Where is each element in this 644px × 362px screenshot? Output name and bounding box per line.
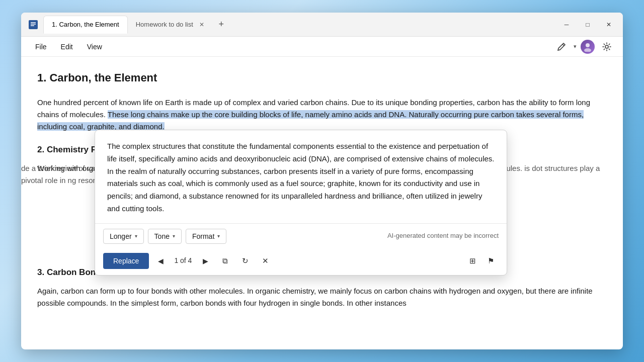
minimize-button[interactable]: ─ bbox=[556, 17, 577, 32]
flag-button[interactable]: ⚑ bbox=[482, 253, 499, 269]
tab-homework-label: Homework to do list bbox=[136, 21, 193, 28]
popup-footer: Longer ▾ Tone ▾ Format ▾ AI-generated co… bbox=[95, 223, 507, 249]
dismiss-button[interactable]: ✕ bbox=[257, 253, 273, 269]
settings-button[interactable] bbox=[599, 39, 615, 55]
next-button[interactable]: ▶ bbox=[198, 253, 213, 268]
menu-edit[interactable]: Edit bbox=[55, 41, 79, 53]
tone-label: Tone bbox=[154, 232, 170, 240]
document-title: 1. Carbon, the Element bbox=[37, 69, 607, 86]
tab-bar: 1. Carbon, the Element Homework to do li… bbox=[43, 16, 556, 34]
menu-view[interactable]: View bbox=[81, 41, 108, 53]
stack-button[interactable]: ⊞ bbox=[464, 253, 480, 269]
maximize-button[interactable]: □ bbox=[578, 17, 598, 32]
format-chevron: ▾ bbox=[217, 233, 220, 239]
menu-items: File Edit View bbox=[29, 41, 553, 53]
app-icon bbox=[25, 17, 41, 33]
replace-button[interactable]: Replace bbox=[103, 253, 149, 269]
menu-bar: File Edit View ▾ bbox=[21, 37, 623, 57]
prev-button[interactable]: ◀ bbox=[153, 253, 168, 268]
longer-label: Longer bbox=[110, 232, 132, 240]
copy-button[interactable]: ⧉ bbox=[217, 253, 233, 269]
refresh-button[interactable]: ↻ bbox=[237, 253, 253, 269]
longer-chevron: ▾ bbox=[135, 233, 137, 239]
longer-dropdown[interactable]: Longer ▾ bbox=[103, 229, 144, 244]
tab-carbon[interactable]: 1. Carbon, the Element bbox=[43, 16, 128, 34]
title-bar: 1. Carbon, the Element Homework to do li… bbox=[21, 13, 623, 37]
tab-carbon-label: 1. Carbon, the Element bbox=[52, 21, 119, 28]
pen-dropdown-arrow[interactable]: ▾ bbox=[574, 43, 577, 50]
tab-homework-close[interactable]: ✕ bbox=[197, 20, 206, 29]
tab-add-button[interactable]: + bbox=[214, 18, 228, 32]
popup-body: The complex structures that constitute t… bbox=[95, 130, 507, 223]
page-count: 1 of 4 bbox=[172, 255, 194, 266]
user-avatar[interactable] bbox=[581, 40, 595, 54]
svg-point-4 bbox=[586, 43, 590, 47]
tab-homework[interactable]: Homework to do list ✕ bbox=[128, 16, 214, 34]
app-window: 1. Carbon, the Element Homework to do li… bbox=[21, 13, 623, 349]
tone-chevron: ▾ bbox=[173, 233, 175, 239]
tone-dropdown[interactable]: Tone ▾ bbox=[148, 229, 182, 244]
close-button[interactable]: ✕ bbox=[599, 17, 619, 32]
svg-rect-0 bbox=[29, 20, 38, 29]
svg-point-6 bbox=[605, 45, 608, 48]
popup-actions: Replace ◀ 1 of 4 ▶ ⧉ ↻ ✕ ⊞ ⚑ bbox=[95, 249, 507, 275]
paragraph-1: One hundred percent of known life on Ear… bbox=[37, 97, 607, 133]
format-dropdown[interactable]: Format ▾ bbox=[186, 229, 226, 244]
window-controls: ─ □ ✕ bbox=[556, 17, 619, 32]
ai-disclaimer: AI-generated content may be incorrect bbox=[387, 231, 499, 241]
document-content: 1. Carbon, the Element One hundred perce… bbox=[21, 57, 623, 349]
pen-toolbar-button[interactable] bbox=[553, 39, 570, 55]
ai-rewrite-popup: The complex structures that constitute t… bbox=[95, 130, 507, 276]
menu-file[interactable]: File bbox=[29, 41, 53, 53]
popup-text: The complex structures that constitute t… bbox=[107, 140, 495, 215]
format-label: Format bbox=[192, 232, 214, 240]
menu-right: ▾ bbox=[553, 39, 615, 55]
svg-point-5 bbox=[584, 48, 591, 52]
paragraph-1-highlighted: These long chains make up the core build… bbox=[37, 110, 584, 131]
right-actions: ⊞ ⚑ bbox=[464, 253, 499, 269]
paragraph-3: Again, carbon can form up to four bonds … bbox=[37, 285, 607, 309]
